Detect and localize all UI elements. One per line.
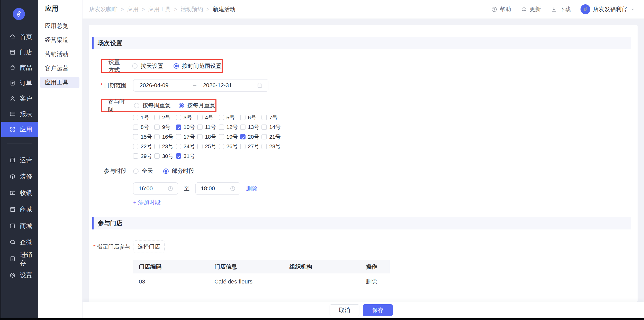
checkbox-unchecked-icon[interactable] xyxy=(261,134,267,139)
day-checkbox-11[interactable]: 11号 xyxy=(197,122,219,132)
checkbox-unchecked-icon[interactable] xyxy=(133,115,138,120)
sidebar-item-7[interactable]: 应用 xyxy=(1,122,38,137)
day-checkbox-7[interactable]: 7号 xyxy=(261,113,283,122)
sidebar-item-15[interactable]: 设置 xyxy=(1,267,38,283)
day-checkbox-12[interactable]: 12号 xyxy=(219,122,240,132)
time-mode-option-1[interactable]: 全天 xyxy=(133,167,153,175)
checkbox-unchecked-icon[interactable] xyxy=(219,144,224,149)
sidebar-item-3[interactable]: 商品 xyxy=(1,60,38,75)
day-checkbox-29[interactable]: 29号 xyxy=(133,151,154,161)
day-checkbox-15[interactable]: 15号 xyxy=(133,132,154,142)
day-checkbox-8[interactable]: 8号 xyxy=(133,122,154,132)
day-checkbox-22[interactable]: 22号 xyxy=(133,142,154,152)
day-checkbox-30[interactable]: 30号 xyxy=(154,151,176,161)
user-menu[interactable]: 店发发福利官 xyxy=(580,4,636,14)
submenu-item-1[interactable]: 应用总览 xyxy=(40,20,79,31)
save-button[interactable]: 保存 xyxy=(363,304,393,316)
checkbox-unchecked-icon[interactable] xyxy=(219,134,224,139)
day-checkbox-16[interactable]: 16号 xyxy=(154,132,176,142)
checkbox-unchecked-icon[interactable] xyxy=(197,134,203,139)
checkbox-checked-icon[interactable] xyxy=(176,125,181,130)
checkbox-unchecked-icon[interactable] xyxy=(154,125,160,130)
sidebar-item-4[interactable]: 订单 xyxy=(1,75,38,91)
day-checkbox-20[interactable]: 20号 xyxy=(240,132,261,142)
sidebar-item-9[interactable]: 装修 xyxy=(1,168,38,185)
checkbox-unchecked-icon[interactable] xyxy=(240,144,246,149)
sidebar-item-1[interactable]: 首页 xyxy=(1,29,38,45)
select-store-button[interactable]: 选择门店 xyxy=(133,241,165,253)
checkbox-unchecked-icon[interactable] xyxy=(154,153,160,159)
checkbox-unchecked-icon[interactable] xyxy=(240,125,246,130)
day-checkbox-19[interactable]: 19号 xyxy=(219,132,240,142)
sidebar-item-6[interactable]: 报表 xyxy=(1,106,38,122)
checkbox-checked-icon[interactable] xyxy=(176,153,181,159)
day-checkbox-28[interactable]: 28号 xyxy=(261,142,283,152)
update-button[interactable]: 更新 xyxy=(521,5,541,13)
time-end-input[interactable]: 18:00 xyxy=(195,182,240,195)
day-checkbox-13[interactable]: 13号 xyxy=(240,122,261,132)
checkbox-checked-icon[interactable] xyxy=(240,134,246,139)
day-checkbox-17[interactable]: 17号 xyxy=(176,132,197,142)
radio-unchecked-icon[interactable] xyxy=(133,168,139,174)
checkbox-unchecked-icon[interactable] xyxy=(154,134,160,139)
sidebar-item-13[interactable]: 企微 xyxy=(1,234,38,251)
checkbox-unchecked-icon[interactable] xyxy=(176,144,181,149)
sidebar-item-11[interactable]: 商城 xyxy=(1,201,38,218)
breadcrumb-item-3[interactable]: 应用工具 xyxy=(148,5,171,13)
day-checkbox-25[interactable]: 25号 xyxy=(197,142,219,152)
add-slot-link[interactable]: + 添加时段 xyxy=(133,199,161,206)
submenu-item-4[interactable]: 客户运营 xyxy=(40,63,79,74)
day-checkbox-6[interactable]: 6号 xyxy=(240,113,261,122)
breadcrumb-item-4[interactable]: 活动预约 xyxy=(180,5,203,13)
checkbox-unchecked-icon[interactable] xyxy=(219,125,224,130)
day-checkbox-1[interactable]: 1号 xyxy=(133,113,154,122)
sidebar-item-14[interactable]: 进销存 xyxy=(1,251,38,267)
cancel-button[interactable]: 取消 xyxy=(330,304,359,316)
setting-mode-option-1[interactable]: 按天设置 xyxy=(132,62,163,70)
checkbox-unchecked-icon[interactable] xyxy=(133,153,138,159)
day-checkbox-21[interactable]: 21号 xyxy=(261,132,283,142)
sidebar-item-10[interactable]: 收银 xyxy=(1,185,38,201)
download-button[interactable]: 下载 xyxy=(551,5,571,13)
day-checkbox-9[interactable]: 9号 xyxy=(154,122,176,132)
radio-checked-icon[interactable] xyxy=(174,63,179,69)
radio-unchecked-icon[interactable] xyxy=(132,63,138,69)
sidebar-item-2[interactable]: 门店 xyxy=(1,45,38,60)
delete-slot-link[interactable]: 删除 xyxy=(246,185,257,192)
submenu-item-3[interactable]: 营销活动 xyxy=(40,48,79,60)
checkbox-unchecked-icon[interactable] xyxy=(219,115,224,120)
submenu-item-2[interactable]: 经营渠道 xyxy=(40,34,79,46)
submenu-item-5[interactable]: 应用工具 xyxy=(40,77,79,88)
day-checkbox-27[interactable]: 27号 xyxy=(240,142,261,152)
checkbox-unchecked-icon[interactable] xyxy=(154,144,160,149)
checkbox-unchecked-icon[interactable] xyxy=(240,115,246,120)
radio-checked-icon[interactable] xyxy=(163,168,169,174)
day-checkbox-4[interactable]: 4号 xyxy=(197,113,219,122)
checkbox-unchecked-icon[interactable] xyxy=(197,115,203,120)
help-button[interactable]: 帮助 xyxy=(491,5,511,13)
day-checkbox-18[interactable]: 18号 xyxy=(197,132,219,142)
checkbox-unchecked-icon[interactable] xyxy=(176,115,181,120)
day-checkbox-5[interactable]: 5号 xyxy=(219,113,240,122)
checkbox-unchecked-icon[interactable] xyxy=(154,115,160,120)
row-delete-link[interactable]: 删除 xyxy=(366,278,390,286)
radio-unchecked-icon[interactable] xyxy=(134,103,139,108)
sidebar-item-5[interactable]: 客户 xyxy=(1,91,38,106)
time-start-input[interactable]: 16:00 xyxy=(133,182,178,195)
day-checkbox-23[interactable]: 23号 xyxy=(154,142,176,152)
day-checkbox-31[interactable]: 31号 xyxy=(176,151,197,161)
sidebar-item-8[interactable]: 运营 xyxy=(1,152,38,168)
checkbox-unchecked-icon[interactable] xyxy=(261,144,267,149)
checkbox-unchecked-icon[interactable] xyxy=(261,115,267,120)
breadcrumb-item-1[interactable]: 店发发咖啡 xyxy=(89,5,117,13)
radio-checked-icon[interactable] xyxy=(179,103,184,108)
day-checkbox-24[interactable]: 24号 xyxy=(176,142,197,152)
breadcrumb-item-2[interactable]: 应用 xyxy=(127,5,139,13)
day-checkbox-26[interactable]: 26号 xyxy=(219,142,240,152)
checkbox-unchecked-icon[interactable] xyxy=(197,144,203,149)
day-checkbox-10[interactable]: 10号 xyxy=(176,122,197,132)
repeat-mode-option-1[interactable]: 按每周重复 xyxy=(134,102,171,109)
date-range-input[interactable]: 2026-04-09 – 2026-12-31 xyxy=(133,79,268,92)
day-checkbox-14[interactable]: 14号 xyxy=(261,122,283,132)
sidebar-item-12[interactable]: 商城 xyxy=(1,218,38,234)
